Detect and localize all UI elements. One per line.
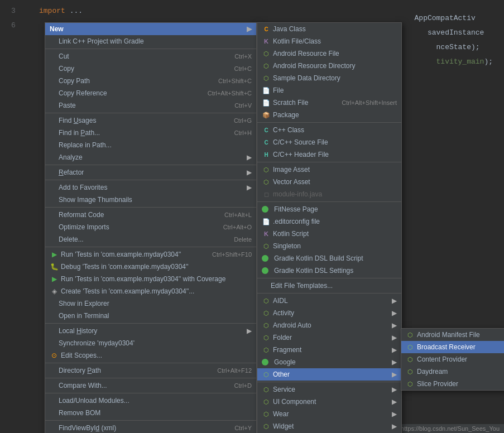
separator [257,162,401,162]
daydream-icon: ⬡ [406,367,415,376]
kotlin-script-icon: K [262,229,271,238]
separator [45,420,256,421]
submenu-image-asset[interactable]: ⬡ Image Asset [257,163,401,176]
submenu-singleton[interactable]: ⬡ Singleton [257,240,401,252]
submenu-cpp-header[interactable]: H C/C++ Header File [257,148,401,161]
coverage-icon: ▶ [50,275,59,283]
submenu-aidl[interactable]: ⬡ AIDL▶ [257,295,401,307]
aidl-icon: ⬡ [262,296,271,305]
module-info-icon: ◻ [262,190,271,199]
submenu-gradle-kotlin-settings[interactable]: Gradle Kotlin DSL Settings [257,264,401,277]
google-arrow: ▶ [392,358,397,366]
menu-item-analyze[interactable]: Analyze▶ [45,151,256,163]
menu-item-copy-ref[interactable]: Copy ReferenceCtrl+Alt+Shift+C [45,87,256,99]
submenu-file[interactable]: 📄 File [257,84,401,97]
url-bar: https://blog.csdn.net/Sun_Sees_You [396,424,504,433]
menu-item-delete[interactable]: Delete...Delete [45,233,256,246]
separator [45,207,256,208]
submenu-module-info[interactable]: ◻ module-info.java [257,188,401,200]
refactor-arrow: ▶ [247,169,252,176]
menu-item-dir-path[interactable]: Directory PathCtrl+Alt+F12 [45,364,256,377]
new-submenu: C Java Class K Kotlin File/Class ⬡ Andro… [257,22,402,433]
submenu-android-resource-dir[interactable]: ⬡ Android Resource Directory [257,60,401,72]
submenu-kotlin-file[interactable]: K Kotlin File/Class [257,35,401,47]
submenu-scratch-file[interactable]: 📄 Scratch FileCtrl+Alt+Shift+Insert [257,97,401,109]
separator [45,378,256,378]
submenu-sample-data[interactable]: ⬡ Sample Data Directory [257,72,401,84]
submenu-java-class[interactable]: C Java Class [257,23,401,35]
scratch-file-icon: 📄 [262,98,271,107]
kotlin-icon: K [262,37,271,46]
menu-item-open-terminal[interactable]: Open in Terminal [45,310,256,322]
android-resource-icon: ⬡ [262,49,271,58]
broadcast-receiver-icon: ⬡ [406,343,415,352]
submenu-cpp-source[interactable]: C C/C++ Source File [257,136,401,148]
submenu-android-resource[interactable]: ⬡ Android Resource File [257,47,401,60]
menu-item-run-tests[interactable]: ▶ Run 'Tests in 'com.example.myday0304''… [45,248,256,261]
menu-item-findviewbyid[interactable]: FindViewById (xml)Ctrl+Y [45,422,256,433]
fitnesse-icon [262,205,271,214]
menu-item-debug-tests[interactable]: 🐛 Debug 'Tests in 'com.example.myday0304… [45,261,256,273]
submenu-folder[interactable]: ⬡ Folder▶ [257,331,401,344]
menu-item-edit-scopes[interactable]: ⊙ Edit Scopes... [45,349,256,362]
submenu-service[interactable]: ⬡ Service▶ [257,383,401,396]
vector-asset-icon: ⬡ [262,177,271,186]
menu-item-add-favorites[interactable]: Add to Favorites▶ [45,181,256,194]
menu-item-synchronize[interactable]: Synchronize 'myday0304' [45,337,256,349]
menu-item-show-image[interactable]: Show Image Thumbnails [45,194,256,206]
menu-item-find-usages[interactable]: Find UsagesCtrl+G [45,114,256,127]
menu-item-replace-path[interactable]: Replace in Path... [45,139,256,151]
activity-arrow: ▶ [392,309,397,317]
singleton-icon: ⬡ [262,242,271,251]
submenu-activity[interactable]: ⬡ Activity▶ [257,307,401,319]
menu-item-refactor[interactable]: Refactor▶ [45,166,256,179]
menu-item-copy-path[interactable]: Copy PathCtrl+Shift+C [45,75,256,87]
file-icon: 📄 [262,86,271,95]
submenu-wear[interactable]: ⬡ Wear▶ [257,408,401,420]
activity-icon: ⬡ [262,309,271,317]
menu-item-reformat[interactable]: Reformat CodeCtrl+Alt+L [45,209,256,221]
submenu-google[interactable]: Google▶ [257,356,401,368]
submenu-gradle-kotlin-build[interactable]: Gradle Kotlin DSL Build Script [257,252,401,264]
folder-arrow: ▶ [392,334,397,341]
submenu-other[interactable]: ⬡ Other▶ [257,368,401,381]
menu-item-local-history[interactable]: Local History▶ [45,325,256,337]
submenu-fragment[interactable]: ⬡ Fragment▶ [257,344,401,356]
separator [45,165,256,165]
submenu-ui-component[interactable]: ⬡ UI Component▶ [257,396,401,408]
menu-item-find-path[interactable]: Find in Path...Ctrl+H [45,127,256,139]
submenu-widget[interactable]: ⬡ Widget▶ [257,420,401,432]
favorites-arrow: ▶ [247,184,252,191]
menu-item-copy[interactable]: CopyCtrl+C [45,62,256,75]
history-arrow: ▶ [247,327,252,335]
menu-item-paste[interactable]: PasteCtrl+V [45,99,256,112]
submenu-content-provider[interactable]: ⬡ Content Provider [401,353,504,365]
submenu-slice-provider[interactable]: ⬡ Slice Provider [401,378,504,390]
submenu-fitnesse[interactable]: FitNesse Page [257,203,401,215]
menu-item-new[interactable]: New ▶ [45,23,256,35]
submenu-vector-asset[interactable]: ⬡ Vector Asset [257,176,401,188]
submenu-cpp-class[interactable]: C C++ Class [257,124,401,136]
menu-item-remove-bom[interactable]: Remove BOM [45,407,256,419]
menu-item-compare[interactable]: Compare With...Ctrl+D [45,379,256,392]
submenu-editorconfig[interactable]: 📄 .editorconfig file [257,215,401,228]
menu-item-link-cpp[interactable]: Link C++ Project with Gradle [45,35,256,47]
submenu-edit-file-templates[interactable]: Edit File Templates... [257,280,401,292]
menu-item-optimize[interactable]: Optimize ImportsCtrl+Alt+O [45,221,256,233]
menu-item-load-unload[interactable]: Load/Unload Modules... [45,394,256,407]
submenu-android-manifest[interactable]: ⬡ Android Manifest File [401,329,504,341]
cpp-source-icon: C [262,138,271,147]
context-menu: New ▶ Link C++ Project with Gradle CutCt… [45,22,257,433]
submenu-kotlin-script[interactable]: K Kotlin Script [257,228,401,240]
menu-item-create-tests[interactable]: ◈ Create 'Tests in 'com.example.myday030… [45,285,256,297]
submenu-package[interactable]: 📦 Package [257,109,401,121]
submenu-daydream[interactable]: ⬡ Daydream [401,365,504,378]
menu-item-run-coverage[interactable]: ▶ Run 'Tests in 'com.example.myday0304''… [45,273,256,285]
submenu-broadcast-receiver[interactable]: ⬡ Broadcast Receiver [401,341,504,353]
content-provider-icon: ⬡ [406,355,415,364]
cpp-class-icon: C [262,126,271,134]
menu-item-cut[interactable]: CutCtrl+X [45,50,256,62]
submenu-android-auto[interactable]: ⬡ Android Auto▶ [257,319,401,331]
new-label: New [50,25,64,33]
menu-item-show-explorer[interactable]: Show in Explorer [45,297,256,310]
